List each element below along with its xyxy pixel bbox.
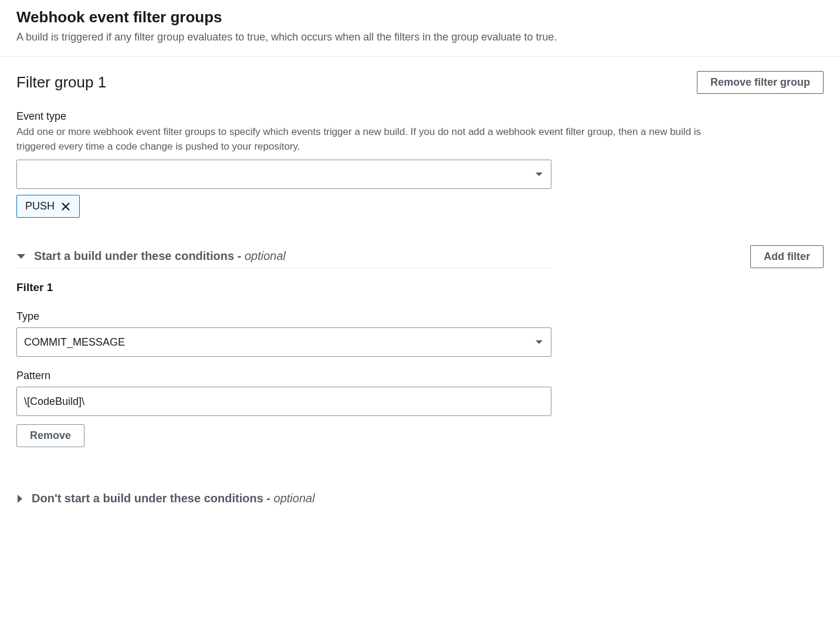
filter-1: Filter 1 Type COMMIT_MESSAGE Pattern Rem… <box>16 281 551 447</box>
event-type-tags: PUSH <box>16 195 824 218</box>
event-type-select[interactable] <box>16 160 551 189</box>
filter-1-title: Filter 1 <box>16 281 551 294</box>
remove-filter-group-button[interactable]: Remove filter group <box>697 71 824 94</box>
dont-start-conditions-title: Don't start a build under these conditio… <box>32 492 315 505</box>
section-header: Webhook event filter groups A build is t… <box>0 0 840 57</box>
start-conditions-header[interactable]: Start a build under these conditions - o… <box>16 245 551 268</box>
event-type-tag-push: PUSH <box>16 195 80 218</box>
event-type-field: Event type Add one or more webhook event… <box>16 110 824 218</box>
filter-type-label: Type <box>16 310 551 323</box>
filter-pattern-label: Pattern <box>16 370 551 382</box>
remove-filter-button[interactable]: Remove <box>16 424 84 447</box>
dont-start-conditions-row: Don't start a build under these conditio… <box>16 487 824 510</box>
page-description: A build is triggered if any filter group… <box>16 30 824 45</box>
filter-group-1: Filter group 1 Remove filter group Event… <box>0 57 840 524</box>
filter-pattern-input[interactable] <box>16 387 551 416</box>
add-filter-button[interactable]: Add filter <box>750 245 824 268</box>
event-type-label: Event type <box>16 110 824 123</box>
start-conditions-title: Start a build under these conditions - o… <box>34 249 286 263</box>
filter-group-title: Filter group 1 <box>16 73 106 92</box>
caret-down-icon <box>16 253 26 260</box>
caret-right-icon <box>16 494 23 503</box>
page-title: Webhook event filter groups <box>16 8 824 26</box>
filter-type-select-wrap: COMMIT_MESSAGE <box>16 327 551 357</box>
start-conditions-row: Start a build under these conditions - o… <box>16 245 824 268</box>
event-type-select-wrap <box>16 160 551 189</box>
event-type-description: Add one or more webhook event filter gro… <box>16 125 738 154</box>
close-icon[interactable] <box>60 201 71 212</box>
filter-group-header: Filter group 1 Remove filter group <box>16 71 824 94</box>
dont-start-conditions-header[interactable]: Don't start a build under these conditio… <box>16 487 551 510</box>
filter-type-select[interactable]: COMMIT_MESSAGE <box>16 327 551 357</box>
tag-label: PUSH <box>25 200 55 212</box>
